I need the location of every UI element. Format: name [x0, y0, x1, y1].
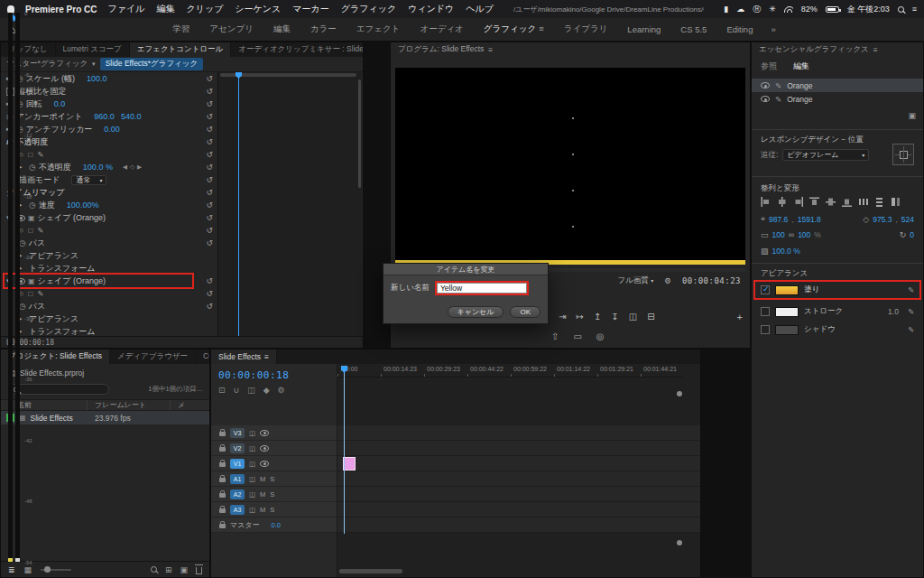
transport-button[interactable]: ↥	[594, 312, 601, 322]
effect-controls-playhead[interactable]	[238, 72, 239, 336]
effect-property-row[interactable]: ▸ fx ▣ ◷ ○□✎ トランスフォーム ▾ ◀◇▶ ↺	[1, 262, 217, 275]
shadow-color-swatch[interactable]	[775, 325, 799, 335]
reset-icon[interactable]: ↺	[206, 200, 213, 210]
lock-icon[interactable]	[219, 447, 226, 452]
property-value[interactable]: 100.0 %	[83, 163, 113, 172]
scroll-knob[interactable]	[677, 540, 682, 545]
fill-eyedropper-icon[interactable]: ✎	[908, 285, 914, 294]
program-video-frame[interactable]	[395, 68, 745, 265]
workspace-tab[interactable]: Learning≡	[627, 24, 661, 34]
item-name[interactable]: Slide Effects	[31, 414, 73, 423]
sync-lock-icon[interactable]: ◫	[249, 475, 255, 483]
panel-tab[interactable]: オーディオクリップミキサー : Slide Effects	[231, 42, 363, 57]
effect-property-row[interactable]: fx ▣ ◷ ○□✎ ▾ ◀◇▶ ↺	[1, 148, 217, 161]
reset-icon[interactable]: ↺	[206, 74, 213, 83]
playback-quality-select[interactable]: フル画質 ▾	[617, 275, 653, 286]
column-header[interactable]: メ	[178, 400, 190, 410]
timeline-horizontal-scrollbar[interactable]	[339, 569, 402, 573]
spark-icon[interactable]: ✳	[769, 5, 776, 14]
workspace-tab[interactable]: 学習≡	[172, 23, 189, 35]
reset-icon[interactable]: ↺	[206, 226, 213, 235]
reset-icon[interactable]: ↺	[206, 302, 213, 311]
timeline-tool-icon[interactable]: ∪	[234, 386, 240, 395]
menu-bar-clock[interactable]: 金 午後2:03	[847, 4, 890, 15]
wifi-icon[interactable]	[784, 6, 793, 13]
effect-property-row[interactable]: fx ▣ ◷ ○□✎ パス ▾ ◀◇▶ ↺	[1, 300, 217, 312]
layer-eye-icon[interactable]	[761, 96, 770, 102]
keyframe-lane[interactable]	[217, 72, 362, 336]
distribute-columns-icon[interactable]	[891, 197, 901, 207]
app-menu[interactable]: Premiere Pro CC	[25, 5, 97, 14]
effect-property-row[interactable]: fx ▣ ◷ ○□✎ 描画モード 通常▾ ◀◇▶ ↺	[1, 173, 217, 186]
shadow-checkbox[interactable]	[761, 325, 770, 334]
effect-property-row[interactable]: ▸ fx ▣ ◷ ○□✎ アピアランス ▾ ◀◇▶ ↺	[1, 249, 217, 262]
workspace-tab[interactable]: グラフィック≡	[484, 23, 544, 35]
panel-tab[interactable]: エフェクトコントロール	[130, 42, 232, 57]
spotlight-icon[interactable]	[898, 6, 904, 13]
panel-tab[interactable]: メディアブラウザー	[110, 350, 196, 364]
solo-button[interactable]: S	[270, 475, 274, 483]
panel-menu-icon[interactable]: ≡	[264, 352, 269, 361]
menu-item[interactable]: ウィンドウ	[408, 3, 454, 15]
essential-graphics-tab[interactable]: 編集	[793, 61, 809, 72]
effect-property-row[interactable]: fx ▣ ◷ ○□✎ パス ▾ ◀◇▶ ↺	[1, 237, 217, 249]
video-track-lane[interactable]	[337, 456, 700, 471]
track-target-button[interactable]: A1	[230, 474, 245, 484]
rotation-value[interactable]: 0	[910, 230, 914, 239]
layer-eye-icon[interactable]	[761, 82, 770, 89]
effect-property-row[interactable]: ▾ fx ▣ ◷ ○□✎ シェイプ (Orange) ▾ ◀◇▶ ↺	[1, 275, 217, 287]
track-target-button[interactable]: V2	[230, 443, 245, 453]
reset-icon[interactable]: ↺	[206, 150, 213, 159]
align-bottom-icon[interactable]	[842, 197, 852, 207]
timeline-tool-icon[interactable]: ◫	[247, 386, 255, 395]
effect-property-row[interactable]: ▸ fx ▣ ◷ ○□✎ 速度 100.00% ▾ ◀◇▶ ↺	[1, 199, 217, 211]
reset-icon[interactable]: ↺	[206, 87, 213, 96]
stroke-width[interactable]: 1.0	[888, 307, 899, 316]
effect-property-row[interactable]: fx ▣ ◷ ○□✎ 不透明度 ▾ ◀◇▶ ↺	[1, 135, 217, 148]
blend-mode-select[interactable]: 通常▾	[71, 175, 106, 185]
align-middle-icon[interactable]	[826, 197, 836, 207]
panel-menu-icon[interactable]: ≡	[488, 45, 493, 54]
reset-icon[interactable]: ↺	[206, 175, 213, 184]
effect-property-row[interactable]: fx ▣ ◷ ○□✎ 縦横比を固定 ▾ ◀◇▶ ↺	[1, 85, 217, 98]
distribute-v-icon[interactable]	[874, 197, 884, 207]
menu-item[interactable]: クリップ	[186, 3, 223, 15]
solo-button[interactable]: S	[270, 490, 274, 499]
follow-select[interactable]: ビデオフレーム▾	[782, 149, 869, 161]
search-input[interactable]	[8, 384, 109, 395]
position-y[interactable]: 1591.8	[798, 215, 821, 224]
fill-color-swatch[interactable]	[775, 285, 799, 295]
property-value[interactable]: 0.0	[54, 99, 66, 108]
track-target-button[interactable]: V1	[230, 459, 245, 469]
layer-edit-icon[interactable]: ✎	[775, 95, 781, 104]
workspace-menu-icon[interactable]: ≡	[539, 23, 544, 33]
effect-property-row[interactable]: ▸ fx ▣ ◷ ○□✎ アンチフリッカー 0.00 ▾ ◀◇▶ ↺	[1, 123, 217, 135]
timeline-tool-icon[interactable]: ◆	[263, 386, 270, 395]
menu-item[interactable]: シーケンス	[235, 3, 281, 15]
track-output-icon[interactable]	[260, 430, 269, 436]
workspace-tab[interactable]: ライブラリ≡	[564, 23, 608, 35]
transport-button[interactable]: ◫	[629, 312, 637, 322]
effect-property-row[interactable]: ▸ fx ▣ ◷ ○□✎ 回転 0.0 ▾ ◀◇▶ ↺	[1, 98, 217, 110]
sync-lock-icon[interactable]: ◫	[249, 506, 255, 514]
master-volume-value[interactable]: 0.0	[272, 521, 281, 529]
effect-property-row[interactable]: fx ▣ ◷ ○□✎ ▾ ◀◇▶ ↺	[1, 287, 217, 300]
helpx-icon[interactable]: Ⓗ	[753, 4, 761, 15]
audio-track-lane[interactable]	[337, 502, 700, 517]
delete-icon[interactable]	[196, 567, 202, 574]
new-item-icon[interactable]: ▣	[180, 565, 188, 574]
reset-icon[interactable]: ↺	[206, 188, 213, 197]
effect-property-row[interactable]: ▸ fx ▣ ◷ ○□✎ アピアランス ▾ ◀◇▶ ↺	[1, 312, 217, 325]
monitor-extra-button[interactable]: ⇧	[551, 331, 559, 341]
menu-item[interactable]: グラフィック	[341, 3, 396, 15]
shadow-eyedropper-icon[interactable]: ✎	[908, 325, 914, 334]
video-track-lane[interactable]	[337, 425, 700, 441]
track-target-button[interactable]: A3	[230, 505, 245, 515]
panel-tab[interactable]: CC ラ	[196, 350, 209, 364]
ok-button[interactable]: OK	[510, 306, 541, 318]
track-output-icon[interactable]	[260, 445, 269, 452]
timeline-playhead[interactable]	[344, 366, 345, 534]
scroll-knob[interactable]	[677, 391, 682, 396]
stroke-eyedropper-icon[interactable]: ✎	[908, 307, 914, 316]
sync-lock-icon[interactable]: ◫	[249, 429, 255, 437]
